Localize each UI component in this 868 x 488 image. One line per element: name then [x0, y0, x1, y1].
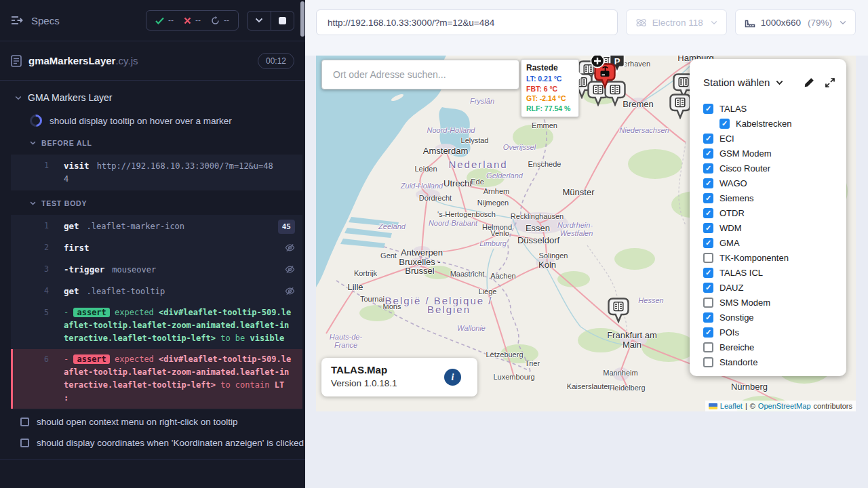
hidden-eye-icon: [285, 264, 295, 274]
stat-pending-count: --: [224, 16, 229, 25]
command-assert-passed[interactable]: 5- assert expected <div#leaflet-tooltip-…: [11, 302, 302, 349]
test-row-pending[interactable]: should display coordinates when 'Koordin…: [0, 432, 305, 453]
osm-link[interactable]: OpenStreetMap: [758, 402, 811, 410]
checkbox-checked[interactable]: ✓: [703, 134, 713, 144]
map-label-region: Limburg: [479, 239, 507, 247]
layer-checkbox-sonstige[interactable]: ✓Sonstige: [703, 312, 846, 323]
test-row-running[interactable]: should display tooltip on hover over a m…: [0, 109, 305, 132]
checkbox-checked[interactable]: ✓: [703, 283, 713, 293]
map-label-city-lg: Brussel: [405, 266, 434, 276]
suite-row[interactable]: GMA Markers Layer: [0, 86, 305, 109]
before-all-section[interactable]: BEFORE ALL: [0, 132, 305, 152]
spec-timer: 00:12: [258, 53, 294, 69]
app-root: Specs -- -- --: [0, 0, 868, 488]
command-row[interactable]: 3-triggermouseover: [11, 259, 302, 281]
map-label-region: Zuid-Holland: [401, 182, 443, 190]
layer-checkbox-dauz[interactable]: ✓DAUZ: [703, 283, 846, 293]
checkbox-checked[interactable]: ✓: [703, 268, 713, 278]
stat-pending: --: [211, 16, 229, 25]
station-marker[interactable]: [669, 94, 691, 122]
checkbox-checked[interactable]: ✓: [719, 119, 730, 129]
aut-panel: http://192.168.10.33:3000/?m=12&u=484 El…: [305, 0, 868, 488]
command-assert-failed[interactable]: 6- assert expected <div#leaflet-tooltip-…: [11, 349, 302, 409]
layer-checkbox-talas[interactable]: ✓TALAS: [703, 104, 846, 114]
checkbox-checked[interactable]: ✓: [703, 163, 713, 174]
layer-label: DAUZ: [719, 283, 743, 293]
layer-checkbox-kabelstrecken[interactable]: ✓Kabelstrecken: [719, 119, 846, 129]
address-bar[interactable]: http://192.168.10.33:3000/?m=12&u=484: [316, 9, 618, 35]
layer-label: SMS Modem: [719, 298, 770, 308]
layer-checkbox-gma[interactable]: ✓GMA: [703, 238, 846, 248]
station-marker[interactable]: [608, 298, 629, 326]
cluster-plus-marker[interactable]: [590, 56, 605, 71]
checkbox-unchecked[interactable]: [703, 342, 713, 352]
leaflet-map[interactable]: BremerhavenHamburgBremenEmmenNiedersachs…: [316, 56, 856, 411]
station-select-dropdown[interactable]: Station wählen: [703, 77, 770, 88]
command-row[interactable]: 4get.leaflet-tooltip: [11, 281, 302, 302]
specs-menu-icon[interactable]: [11, 16, 23, 25]
map-label-city: Heidelberg: [609, 384, 645, 392]
layer-checkbox-eci[interactable]: ✓ECI: [703, 134, 846, 144]
map-label-city: Luxembourg: [493, 373, 534, 381]
map-label-city-lg: Amsterdam: [423, 146, 468, 156]
stat-passed-count: --: [168, 16, 174, 25]
layer-label: Bereiche: [719, 342, 754, 352]
checkbox-checked[interactable]: ✓: [703, 148, 713, 159]
checkbox-unchecked[interactable]: [703, 253, 713, 263]
layer-checkbox-cisco-router[interactable]: ✓Cisco Router: [703, 163, 846, 174]
checkbox-unchecked[interactable]: [703, 298, 713, 308]
hidden-eye-icon: [285, 243, 295, 253]
map-label-city-lg: Antwerpen: [401, 247, 443, 258]
spec-file-row[interactable]: gmaMarkersLayer.cy.js 00:12: [0, 41, 305, 81]
layer-checkbox-bereiche[interactable]: Bereiche: [703, 342, 846, 352]
checkbox-checked[interactable]: ✓: [703, 312, 713, 323]
checkbox-checked[interactable]: ✓: [703, 238, 713, 248]
checkbox-checked[interactable]: ✓: [703, 327, 713, 338]
stop-run-button[interactable]: [271, 12, 294, 30]
layer-label: OTDR: [719, 208, 745, 218]
checkbox-checked[interactable]: ✓: [703, 223, 713, 233]
command-row[interactable]: 1visithttp://192.168.10.33:3000/?m=12&u=…: [11, 155, 302, 190]
marker-tooltip[interactable]: Rastede LT: 0.21 °CFBT: 6 °CGT: -2.14 °C…: [521, 59, 579, 117]
layer-checkbox-standorte[interactable]: Standorte: [703, 357, 846, 367]
map-search-control[interactable]: Ort oder Adresse suchen...: [321, 60, 519, 89]
map-label-city: Dordrecht: [419, 194, 452, 202]
layer-checkbox-talas-icl[interactable]: ✓TALAS ICL: [703, 268, 846, 278]
expand-icon[interactable]: [825, 77, 835, 88]
checkbox-checked[interactable]: ✓: [703, 208, 713, 218]
checkbox-checked[interactable]: ✓: [703, 104, 713, 114]
map-label-region: Noord-Holland: [427, 126, 475, 134]
edit-pencil-icon[interactable]: [804, 77, 815, 88]
tooltip-measurement: RLF: 77.54 %: [526, 104, 574, 114]
command-row[interactable]: 1get.leaflet-marker-icon45: [11, 216, 302, 237]
layer-checkbox-sms-modem[interactable]: SMS Modem: [703, 298, 846, 308]
station-panel-header: Station wählen: [703, 77, 846, 88]
specs-label[interactable]: Specs: [31, 15, 60, 26]
layer-checkbox-gsm-modem[interactable]: ✓GSM Modem: [703, 148, 846, 159]
checkbox-checked[interactable]: ✓: [703, 193, 713, 203]
checkbox-unchecked[interactable]: [703, 357, 713, 367]
command-row[interactable]: 2first: [11, 237, 302, 259]
browser-selector[interactable]: Electron 118: [626, 9, 727, 35]
layer-checkbox-siemens[interactable]: ✓Siemens: [703, 193, 846, 203]
layer-checkbox-wago[interactable]: ✓WAGO: [703, 178, 846, 188]
test-body-section[interactable]: TEST BODY: [0, 192, 305, 213]
layer-checkbox-otdr[interactable]: ✓OTDR: [703, 208, 846, 218]
collapse-all-button[interactable]: [248, 12, 271, 30]
layer-checkbox-wdm[interactable]: ✓WDM: [703, 223, 846, 233]
leaflet-link[interactable]: Leaflet: [720, 402, 743, 410]
layer-label: Siemens: [719, 193, 754, 203]
info-icon[interactable]: i: [444, 369, 461, 386]
test-row-pending[interactable]: should open context menu on right-click …: [0, 411, 305, 432]
sidebar-scrollbar-thumb[interactable]: [300, 1, 304, 37]
checkbox-checked[interactable]: ✓: [703, 178, 713, 188]
chevron-down-icon[interactable]: [776, 80, 783, 85]
before-all-commands: 1visithttp://192.168.10.33:3000/?m=12&u=…: [11, 155, 302, 190]
running-spinner-icon: [27, 112, 44, 129]
layer-checkbox-tk-komponenten[interactable]: TK-Komponenten: [703, 253, 846, 263]
test-title: should open context menu on right-click …: [37, 417, 237, 427]
layer-label: WDM: [719, 223, 742, 233]
map-label-region: Zeeland: [378, 222, 406, 230]
layer-checkbox-pois[interactable]: ✓POIs: [703, 327, 846, 338]
viewport-selector[interactable]: 1000x660 (79%): [735, 9, 856, 35]
